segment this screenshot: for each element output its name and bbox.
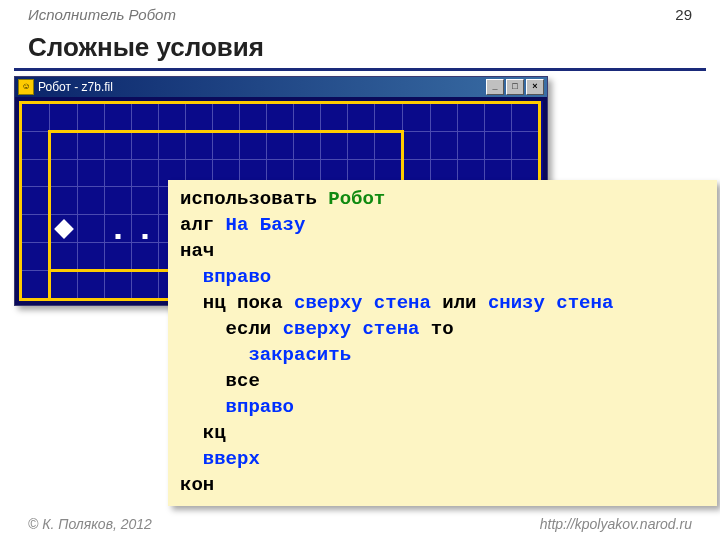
robot-cell bbox=[50, 215, 78, 243]
page-number: 29 bbox=[675, 6, 692, 23]
robot-icon bbox=[54, 219, 74, 239]
window-titlebar: ☺ Робот - z7b.fil _ □ × bbox=[15, 77, 547, 97]
marker-cell bbox=[132, 215, 159, 243]
dot-icon bbox=[143, 234, 148, 239]
minimize-button[interactable]: _ bbox=[486, 79, 504, 95]
title-underline bbox=[14, 68, 706, 71]
close-button[interactable]: × bbox=[526, 79, 544, 95]
robot-app-icon: ☺ bbox=[18, 79, 34, 95]
maximize-button[interactable]: □ bbox=[506, 79, 524, 95]
series-label: Исполнитель Робот bbox=[28, 6, 176, 23]
footer-copyright: © К. Поляков, 2012 bbox=[28, 516, 152, 532]
page-title: Сложные условия bbox=[28, 32, 264, 63]
dot-icon bbox=[116, 234, 121, 239]
marker-cell bbox=[105, 215, 132, 243]
footer-url: http://kpolyakov.narod.ru bbox=[540, 516, 692, 532]
code-block: использовать Робот алг На Базу нач вправ… bbox=[168, 180, 717, 506]
window-title: Робот - z7b.fil bbox=[38, 80, 113, 94]
